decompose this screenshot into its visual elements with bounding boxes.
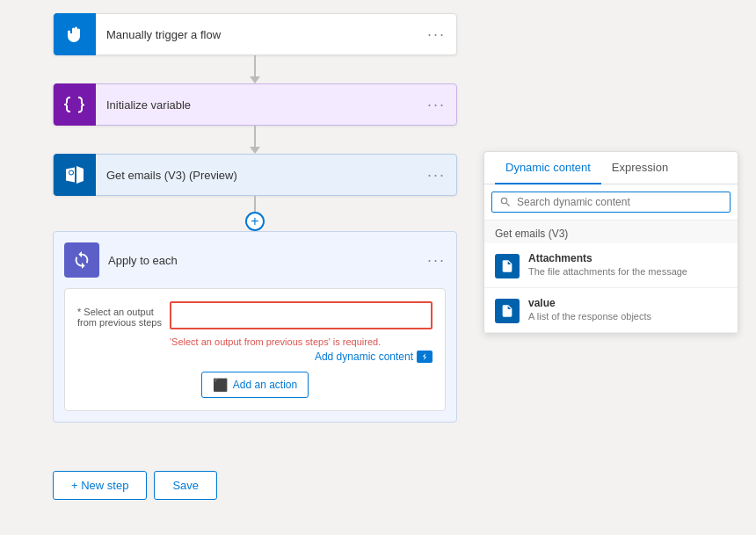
get-emails-step[interactable]: Get emails (V3) (Preview) ··· [53,154,457,196]
outlook-icon [64,164,85,185]
apply-field-input[interactable] [170,301,433,329]
attachments-content: Attachments The file attachments for the… [528,252,687,277]
braces-icon [64,94,85,115]
trigger-icon-box [54,13,96,55]
apply-field-error: 'Select an output from previous steps' i… [170,336,433,347]
loop-icon [72,250,91,270]
value-icon-box [495,299,520,323]
dynamic-link-icon [417,351,433,363]
init-var-step[interactable]: Initialize variable ··· [53,83,457,126]
init-var-icon-box [54,83,96,126]
apply-header: Apply to each ··· [64,242,446,278]
arrow-1 [53,55,457,83]
apply-field-label: * Select an output from previous steps [77,301,170,328]
value-desc: A list of the response objects [528,311,651,322]
tab-expression[interactable]: Expression [601,152,679,184]
trigger-step[interactable]: Manually trigger a flow ··· [53,13,457,55]
init-var-dots[interactable]: ··· [417,83,456,126]
arrow-head-2 [250,147,260,154]
dynamic-content-link-label[interactable]: Add dynamic content [315,351,413,363]
arrow-head-1 [250,76,260,83]
arrow-2 [53,126,457,154]
plus-connector: + [53,196,457,231]
trigger-dots[interactable]: ··· [417,13,456,55]
dynamic-content-link[interactable]: Add dynamic content [77,351,433,363]
arrow-line-2 [254,126,256,147]
search-input[interactable] [517,196,723,208]
get-emails-dots[interactable]: ··· [417,154,456,196]
value-icon [500,304,514,318]
apply-body: * Select an output from previous steps '… [64,288,446,411]
search-icon [499,196,512,208]
search-input-wrap[interactable] [491,192,731,213]
lightning-icon [420,352,429,361]
hand-icon [64,24,85,45]
add-action-row: ⬛ Add an action [77,372,433,398]
panel-item-value[interactable]: value A list of the response objects [484,288,738,333]
panel-section-label: Get emails (V3) [484,221,738,243]
arrow-line-1 [254,55,256,76]
apply-title: Apply to each [99,254,427,267]
panel-item-attachments[interactable]: Attachments The file attachments for the… [484,243,738,288]
bottom-buttons: + New step Save [53,471,217,500]
get-emails-label: Get emails (V3) (Preview) [96,169,417,182]
add-action-button[interactable]: ⬛ Add an action [201,372,309,398]
plus-button[interactable]: + [245,212,265,231]
svg-marker-0 [423,353,426,360]
tab-dynamic-content[interactable]: Dynamic content [495,152,601,184]
apply-icon-box [64,242,99,278]
apply-field-row: * Select an output from previous steps [77,301,433,329]
panel-search [484,184,738,221]
trigger-label: Manually trigger a flow [96,28,417,41]
value-content: value A list of the response objects [528,297,651,322]
attachments-desc: The file attachments for the message [528,266,687,277]
add-action-icon: ⬛ [213,378,228,392]
save-button[interactable]: Save [154,471,217,500]
init-var-label: Initialize variable [96,98,417,112]
attachments-title: Attachments [528,252,687,264]
get-emails-icon-box [54,154,96,196]
attachments-icon-box [495,254,520,278]
attachments-icon [500,259,514,273]
apply-dots[interactable]: ··· [427,251,446,270]
canvas: Manually trigger a flow ··· Initialize v… [0,0,756,535]
panel-tabs: Dynamic content Expression [484,152,738,184]
dynamic-content-panel: Dynamic content Expression Get emails (V… [483,151,738,334]
add-action-label: Add an action [233,379,297,391]
flow-container: Manually trigger a flow ··· Initialize v… [53,13,457,423]
value-title: value [528,297,651,309]
new-step-button[interactable]: + New step [53,471,147,500]
apply-each-container: Apply to each ··· * Select an output fro… [53,231,457,423]
